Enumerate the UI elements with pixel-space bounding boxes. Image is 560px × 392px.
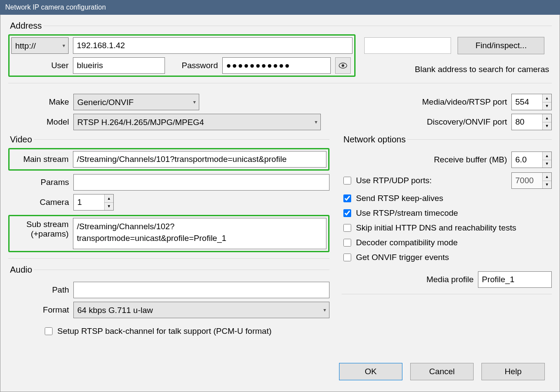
backchannel-label: Setup RTSP back-channel for talk support… xyxy=(57,326,272,336)
backchannel-checkbox[interactable] xyxy=(45,327,53,335)
camera-spinner[interactable]: ▲▼ xyxy=(73,194,114,211)
camera-input[interactable] xyxy=(74,194,104,210)
params-input[interactable] xyxy=(73,174,329,191)
spin-down-icon[interactable]: ▼ xyxy=(543,102,551,110)
timecode-checkbox[interactable] xyxy=(343,209,351,217)
spin-down-icon[interactable]: ▼ xyxy=(105,203,113,211)
spin-down-icon[interactable]: ▼ xyxy=(543,122,551,130)
model-label: Model xyxy=(8,117,69,127)
skip-dns-checkbox[interactable] xyxy=(343,224,351,232)
buffer-spinner[interactable]: ▲▼ xyxy=(511,152,552,168)
network-options-group: Network options Receive buffer (MB) ▲▼ U… xyxy=(342,135,552,294)
reveal-password-button[interactable] xyxy=(335,57,351,74)
password-input[interactable] xyxy=(222,57,331,74)
svg-point-1 xyxy=(342,64,344,67)
keepalive-checkbox[interactable] xyxy=(343,194,351,202)
onvif-port-spinner[interactable]: ▲▼ xyxy=(511,114,552,130)
keepalive-label: Send RTSP keep-alives xyxy=(356,194,443,203)
sub-stream-input[interactable]: /Streaming/Channels/102?transportmode=un… xyxy=(73,218,326,249)
cancel-button[interactable]: Cancel xyxy=(410,363,474,380)
address-hint: Blank address to search for cameras xyxy=(364,65,552,74)
address-highlight: http:// ▾ User Password xyxy=(8,34,356,77)
camera-label: Camera xyxy=(8,198,69,207)
audio-path-input[interactable] xyxy=(73,282,329,298)
address-extra-input[interactable] xyxy=(364,37,451,54)
user-input[interactable] xyxy=(73,57,165,74)
audio-group: Audio Path Format 64 kbps G.711 u-law ▾ … xyxy=(8,265,329,343)
protocol-select[interactable]: http:// xyxy=(11,37,69,54)
spin-down-icon[interactable]: ▼ xyxy=(543,181,551,189)
make-label: Make xyxy=(8,97,69,107)
buffer-input[interactable] xyxy=(512,152,542,168)
decoder-compat-label: Decoder compatibility mode xyxy=(356,238,458,247)
audio-path-label: Path xyxy=(8,285,69,295)
timecode-label: Use RTSP/stream timecode xyxy=(356,208,458,218)
rtp-udp-checkbox[interactable] xyxy=(343,177,351,184)
dialog-buttons: OK Cancel Help xyxy=(339,363,545,380)
sub-stream-highlight: Sub stream (+params) /Streaming/Channels… xyxy=(8,215,329,252)
address-group: Address http:// ▾ User Password xyxy=(8,21,552,83)
rtp-udp-label: Use RTP/UDP ports: xyxy=(356,176,508,185)
audio-legend: Audio xyxy=(8,265,34,275)
address-legend: Address xyxy=(8,21,43,31)
main-stream-label: Main stream xyxy=(11,155,69,164)
find-inspect-button[interactable]: Find/inspect... xyxy=(458,37,544,54)
user-label: User xyxy=(11,61,69,70)
onvif-port-input[interactable] xyxy=(512,114,542,130)
address-input[interactable] xyxy=(73,37,352,54)
onvif-events-checkbox[interactable] xyxy=(343,254,351,261)
spin-up-icon[interactable]: ▲ xyxy=(543,94,551,102)
spin-up-icon[interactable]: ▲ xyxy=(105,194,113,203)
skip-dns-label: Skip initial HTTP DNS and reachability t… xyxy=(356,223,516,233)
main-stream-highlight: Main stream xyxy=(8,148,329,171)
main-stream-input[interactable] xyxy=(73,151,326,168)
media-profile-input[interactable] xyxy=(478,271,552,288)
rtsp-port-label: Media/video/RTSP port xyxy=(422,97,507,107)
password-label: Password xyxy=(169,61,218,70)
window-body: Address http:// ▾ User Password xyxy=(0,15,560,392)
rtsp-port-spinner[interactable]: ▲▼ xyxy=(511,94,552,110)
sub-stream-label: Sub stream (+params) xyxy=(11,218,69,239)
spin-down-icon[interactable]: ▼ xyxy=(543,160,551,168)
rtp-port-input[interactable] xyxy=(512,173,542,188)
decoder-compat-checkbox[interactable] xyxy=(343,239,351,247)
eye-icon xyxy=(339,63,347,69)
spin-up-icon[interactable]: ▲ xyxy=(543,152,551,160)
titlebar: Network IP camera configuration xyxy=(0,0,560,15)
video-group: Video Main stream Params Camera ▲▼ xyxy=(8,135,329,259)
help-button[interactable]: Help xyxy=(481,363,545,380)
spin-up-icon[interactable]: ▲ xyxy=(543,173,551,181)
video-legend: Video xyxy=(8,135,34,145)
make-select[interactable]: Generic/ONVIF xyxy=(73,94,199,110)
audio-format-select[interactable]: 64 kbps G.711 u-law xyxy=(73,302,329,318)
network-options-legend: Network options xyxy=(342,135,407,145)
onvif-port-label: Discovery/ONVIF port xyxy=(427,117,507,127)
rtp-port-spinner[interactable]: ▲▼ xyxy=(511,172,552,189)
ok-button[interactable]: OK xyxy=(339,363,402,380)
window-title: Network IP camera configuration xyxy=(5,3,106,11)
onvif-events-label: Get ONVIF trigger events xyxy=(356,253,449,262)
media-profile-label: Media profile xyxy=(426,275,474,284)
spin-up-icon[interactable]: ▲ xyxy=(543,114,551,122)
buffer-label: Receive buffer (MB) xyxy=(434,155,507,165)
params-label: Params xyxy=(8,178,69,187)
rtsp-port-input[interactable] xyxy=(512,94,542,110)
audio-format-label: Format xyxy=(8,305,69,315)
model-select[interactable]: RTSP H.264/H.265/MJPG/MPEG4 xyxy=(73,114,321,130)
